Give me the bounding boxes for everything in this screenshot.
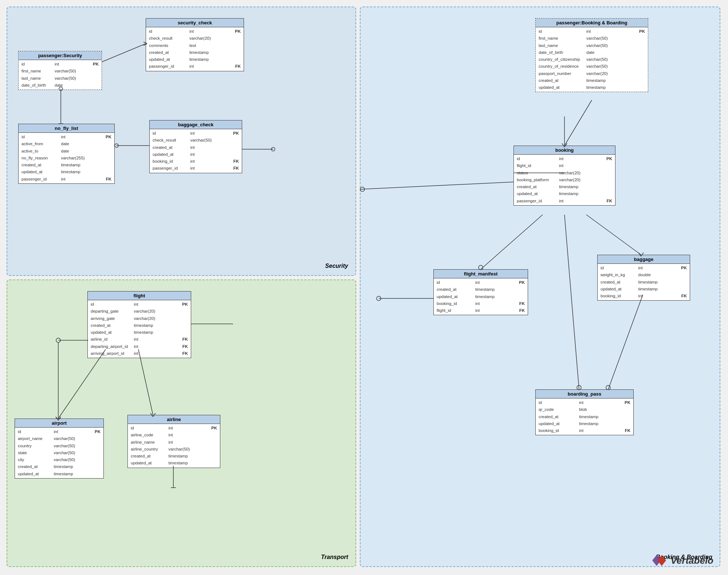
- baggage-table: baggage idintPK weight_in_kgdouble creat…: [597, 255, 690, 301]
- table-header: passenger:Security: [19, 51, 102, 60]
- svg-line-23: [564, 100, 592, 146]
- table-header: baggage: [598, 255, 690, 264]
- passenger-booking-table: passenger:Booking & Boarding idintPK fir…: [535, 18, 648, 92]
- svg-point-14: [56, 338, 60, 342]
- svg-line-28: [586, 215, 641, 255]
- table-header: booking: [514, 146, 615, 155]
- security-label: Security: [325, 263, 348, 269]
- logo-area: Vertabelo: [652, 553, 713, 568]
- svg-point-9: [271, 147, 275, 151]
- booking-table: booking idintPK flight_idint statusvarch…: [513, 146, 615, 206]
- airport-table: airport idintPK airport_namevarchar(50) …: [15, 419, 104, 479]
- baggage-check-table: baggage_check idintPK check_resultvarcha…: [149, 120, 242, 173]
- svg-line-31: [564, 215, 579, 389]
- boarding-pass-table: boarding_pass idintPK qr_codeblob create…: [535, 389, 634, 435]
- svg-line-33: [361, 182, 513, 189]
- svg-point-7: [115, 144, 118, 147]
- airline-table: airline idintPK airline_codeint airline_…: [127, 415, 220, 468]
- svg-line-39: [608, 295, 643, 389]
- table-header: flight: [88, 292, 191, 300]
- svg-line-17: [138, 349, 153, 415]
- logo-text: Vertabelo: [670, 555, 713, 566]
- no-fly-list-table: no_fly_list idintPK active_fromdate acti…: [18, 124, 115, 184]
- table-header: no_fly_list: [19, 124, 114, 133]
- vertabelo-logo-icon: [652, 553, 667, 568]
- table-header: boarding_pass: [536, 390, 633, 398]
- table-header: security_check: [146, 19, 244, 27]
- flight-manifest-table: flight_manifest idintPK created_attimest…: [433, 269, 528, 315]
- svg-point-38: [377, 296, 381, 301]
- security-check-table: security_check idintPK check_resultvarch…: [146, 18, 244, 71]
- transport-label: Transport: [321, 554, 348, 560]
- svg-line-3: [102, 44, 146, 62]
- booking-quadrant: Booking & Boarding passenger:Booking & B…: [360, 7, 720, 567]
- passenger-security-table: passenger:Security idintPK first_namevar…: [18, 51, 102, 90]
- table-header: flight_manifest: [434, 270, 528, 278]
- flight-table: flight idintPK departing_gatevarchar(20)…: [87, 291, 191, 358]
- svg-line-26: [481, 215, 543, 269]
- table-header: airline: [128, 415, 220, 424]
- security-quadrant: Security passenger:Security idintPK firs…: [7, 7, 356, 276]
- table-header: passenger:Booking & Boarding: [536, 19, 648, 27]
- svg-point-34: [360, 187, 365, 191]
- transport-quadrant: Transport flight idintPK departing_gatev…: [7, 279, 356, 567]
- table-header: baggage_check: [150, 120, 242, 129]
- svg-marker-42: [657, 555, 666, 566]
- table-header: airport: [15, 419, 103, 428]
- svg-line-10: [58, 349, 106, 419]
